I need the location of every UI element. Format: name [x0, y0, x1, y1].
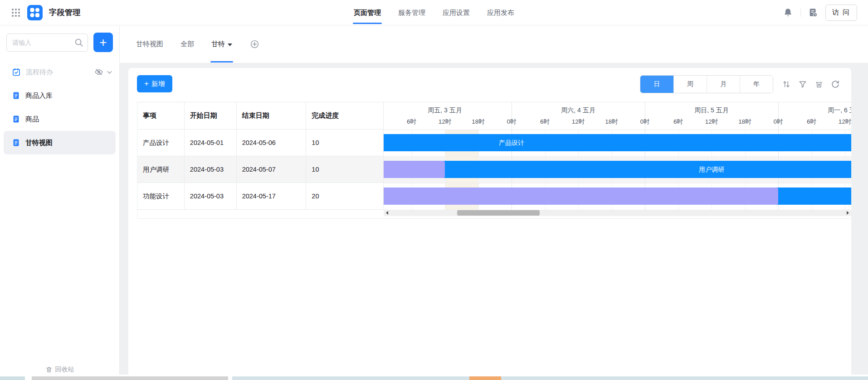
- scale-month-button[interactable]: 月: [707, 76, 740, 93]
- hour-label: 12时: [835, 117, 851, 126]
- hour-label: 0时: [502, 117, 522, 126]
- sort-icon[interactable]: [781, 79, 791, 89]
- scale-day-button[interactable]: 日: [640, 76, 673, 93]
- hour-label: 6时: [802, 117, 822, 126]
- nav-tab-service-management[interactable]: 服务管理: [397, 0, 426, 25]
- view-tab-gantt-view[interactable]: 甘特视图: [136, 25, 163, 63]
- table-cell[interactable]: 2024-05-03: [185, 183, 237, 210]
- gantt-table-body: 产品设计2024-05-012024-05-0610用户调研2024-05-03…: [137, 130, 384, 210]
- clear-filter-icon[interactable]: [814, 79, 824, 89]
- scroll-right-arrow[interactable]: [846, 211, 849, 215]
- table-cell[interactable]: 2024-05-06: [237, 130, 307, 156]
- chevron-down-icon[interactable]: [106, 69, 113, 76]
- hour-label: 18时: [468, 117, 488, 126]
- nav-tab-page-management[interactable]: 页面管理: [353, 0, 382, 25]
- calendar-check-icon: [12, 67, 21, 77]
- scroll-left-arrow[interactable]: [385, 211, 389, 215]
- plus-icon: +: [144, 79, 149, 88]
- caret-down-icon: [228, 43, 232, 46]
- bottom-strip: [0, 375, 868, 380]
- add-page-button[interactable]: +: [93, 33, 113, 52]
- table-cell[interactable]: 用户调研: [137, 156, 185, 183]
- content-card: + 新增 日周月年: [128, 68, 851, 380]
- header-right: 访 问: [783, 5, 857, 21]
- scale-week-button[interactable]: 周: [673, 76, 707, 93]
- page-title: 字段管理: [49, 7, 81, 18]
- view-tab-gantt[interactable]: 甘特: [211, 25, 232, 63]
- shell: + 流程待办商品入库商品甘特视图 回收站 甘特视图全部甘特 +: [0, 25, 868, 380]
- table-cell[interactable]: 2024-05-17: [237, 183, 307, 210]
- table-cell[interactable]: 功能设计: [137, 183, 185, 210]
- bottom-strip-segment: [25, 376, 32, 380]
- hour-label: 18时: [602, 117, 622, 126]
- notification-bell-icon[interactable]: [783, 8, 793, 18]
- gantt-bar[interactable]: [384, 134, 851, 151]
- gantt-bar[interactable]: [384, 161, 851, 178]
- table-cell[interactable]: 10: [306, 156, 384, 183]
- view-tab-all[interactable]: 全部: [180, 25, 194, 63]
- visit-button[interactable]: 访 问: [825, 5, 857, 21]
- gantt-bar-progress: [384, 188, 778, 205]
- table-cell[interactable]: 2024-05-01: [185, 130, 237, 156]
- day-label: 周日, 5 五月: [645, 105, 778, 115]
- day-label: 周一, 6 五月: [778, 105, 851, 115]
- audit-log-icon[interactable]: [808, 8, 818, 18]
- timeline-header-separator: [384, 130, 851, 130]
- refresh-icon[interactable]: [830, 79, 840, 89]
- bottom-strip-segment: [469, 376, 501, 380]
- hour-label: 12时: [568, 117, 588, 126]
- top-nav-tabs: 页面管理服务管理应用设置应用发布: [353, 0, 515, 25]
- gantt-task-table: 事项开始日期结束日期完成进度产品设计2024-05-012024-05-0610…: [137, 102, 384, 218]
- recycle-bin[interactable]: 回收站: [0, 366, 119, 374]
- add-record-label: 新增: [151, 80, 165, 88]
- add-view-icon[interactable]: [249, 39, 259, 49]
- sidebar-search-row: +: [0, 33, 119, 52]
- table-cell[interactable]: 2024-05-07: [237, 156, 307, 183]
- hour-label: 6时: [535, 117, 555, 126]
- bottom-strip-segment: [228, 376, 232, 380]
- trash-icon: [45, 366, 53, 373]
- table-row: 用户调研2024-05-032024-05-0710: [137, 156, 384, 183]
- view-tab-label: 甘特: [211, 40, 225, 48]
- sidebar-item-product-inbound[interactable]: 商品入库: [0, 84, 119, 107]
- column-header: 开始日期: [185, 102, 237, 130]
- document-icon: [12, 91, 20, 100]
- add-record-button[interactable]: + 新增: [137, 75, 172, 92]
- hour-label: 18时: [735, 117, 755, 126]
- view-tabs-strip: 甘特视图全部甘特: [120, 25, 868, 63]
- hour-label: 0时: [768, 117, 788, 126]
- filter-icon[interactable]: [798, 79, 808, 89]
- app-root: 字段管理 页面管理服务管理应用设置应用发布 访 问: [0, 0, 868, 380]
- gantt-horizontal-scrollbar[interactable]: [384, 210, 851, 216]
- table-cell[interactable]: 10: [306, 130, 384, 156]
- nav-tab-app-settings[interactable]: 应用设置: [442, 0, 471, 25]
- nav-tab-app-publish[interactable]: 应用发布: [486, 0, 515, 25]
- column-header: 结束日期: [237, 102, 307, 130]
- sidebar-item-product[interactable]: 商品: [0, 107, 119, 131]
- gantt-bar[interactable]: [384, 188, 851, 205]
- toolbar-icons: [781, 79, 840, 89]
- sidebar-items: 流程待办商品入库商品甘特视图: [0, 60, 119, 154]
- column-header: 完成进度: [306, 102, 384, 130]
- header-left: 字段管理: [11, 5, 81, 20]
- eye-off-icon[interactable]: [94, 67, 103, 77]
- table-cell[interactable]: 20: [306, 183, 384, 210]
- hour-label: 6时: [668, 117, 688, 126]
- table-cell[interactable]: 产品设计: [137, 130, 185, 156]
- gantt-chart: 事项开始日期结束日期完成进度产品设计2024-05-012024-05-0610…: [137, 102, 851, 219]
- table-row: 功能设计2024-05-032024-05-1720: [137, 183, 384, 210]
- sidebar-item-flow-todo[interactable]: 流程待办: [0, 60, 119, 84]
- search-icon: [74, 38, 84, 48]
- table-cell[interactable]: 2024-05-03: [185, 156, 237, 183]
- recycle-bin-label: 回收站: [55, 366, 74, 374]
- bottom-strip-segment: [232, 376, 469, 380]
- sidebar-item-gantt-view[interactable]: 甘特视图: [4, 131, 116, 154]
- scrollbar-thumb[interactable]: [457, 210, 540, 216]
- app-launcher-grid-icon[interactable]: [11, 8, 21, 18]
- hour-label: 0时: [635, 117, 655, 126]
- sidebar-item-label: 商品入库: [25, 91, 113, 100]
- scale-year-button[interactable]: 年: [740, 76, 773, 93]
- gantt-timeline-viewport: 周五, 3 五月0时6时12时18时周六, 4 五月0时6时12时18时周日, …: [384, 102, 851, 218]
- document-icon: [12, 115, 20, 124]
- column-header: 事项: [137, 102, 185, 130]
